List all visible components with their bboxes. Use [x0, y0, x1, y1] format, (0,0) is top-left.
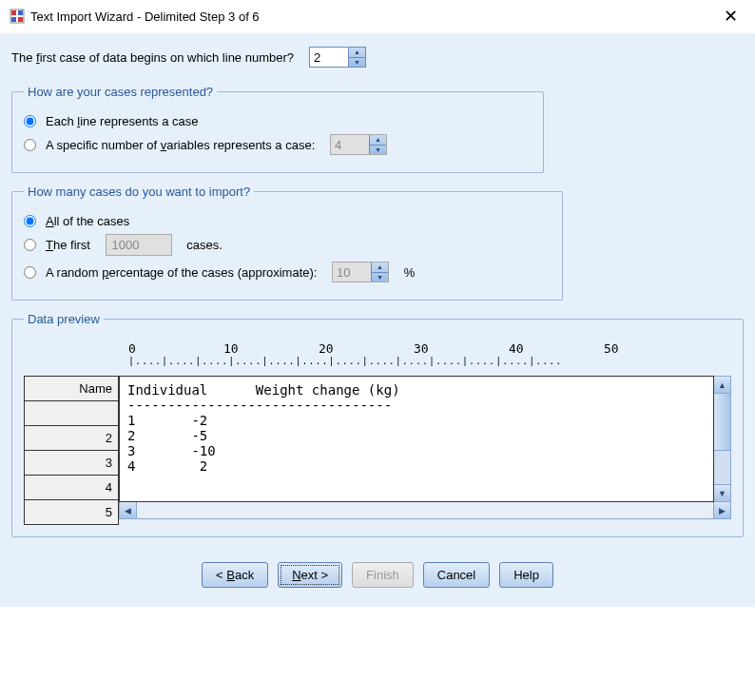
scroll-down-icon[interactable]: ▼ — [714, 484, 730, 501]
radio-first-n[interactable] — [24, 239, 36, 251]
row-header: 2 — [25, 426, 119, 451]
scroll-right-icon[interactable]: ▶ — [713, 502, 730, 518]
data-preview-group: Data preview 0 10 20 30 40 50 |....|....… — [11, 312, 744, 537]
finish-button: Finish — [352, 562, 414, 588]
pct-symbol: % — [404, 265, 416, 280]
dialog-body: The first case of data begins on which l… — [0, 33, 755, 607]
row-header: 4 — [25, 476, 119, 500]
num-vars-input — [331, 135, 369, 154]
pct-input — [333, 262, 371, 282]
num-vars-spinner: ▲ ▼ — [330, 134, 387, 155]
radio-each-line[interactable] — [24, 115, 36, 127]
scroll-left-icon[interactable]: ◀ — [120, 502, 137, 518]
svg-rect-3 — [11, 17, 16, 22]
spin-up-icon[interactable]: ▲ — [349, 48, 365, 58]
preview-row-headers: Name 2 3 4 5 — [24, 376, 119, 525]
cases-represented-group: How are your cases represented? Each lin… — [11, 85, 544, 173]
spin-down-icon: ▼ — [370, 146, 386, 155]
spin-up-icon: ▲ — [372, 262, 388, 273]
row-header: 5 — [25, 500, 119, 525]
radio-num-vars-label[interactable]: A specific number of variables represent… — [46, 138, 315, 152]
vertical-scrollbar[interactable]: ▲ ▼ — [714, 376, 731, 502]
app-icon — [10, 9, 25, 24]
radio-first-n-label[interactable]: The first — [46, 238, 90, 252]
first-line-input[interactable] — [310, 48, 348, 67]
spin-up-icon: ▲ — [370, 135, 386, 146]
radio-each-line-label[interactable]: Each line represents a case — [46, 114, 198, 128]
scroll-up-icon[interactable]: ▲ — [714, 377, 730, 394]
horizontal-scrollbar[interactable]: ◀ ▶ — [119, 502, 731, 519]
first-line-row: The first case of data begins on which l… — [11, 47, 744, 68]
radio-random-pct[interactable] — [24, 266, 36, 279]
radio-random-pct-label[interactable]: A random percentage of the cases (approx… — [46, 265, 317, 280]
radio-all-cases-label[interactable]: All of the cases — [46, 214, 129, 228]
svg-rect-2 — [18, 10, 23, 15]
svg-rect-1 — [11, 10, 16, 15]
next-button[interactable]: Next > — [278, 562, 342, 588]
spin-down-icon: ▼ — [372, 273, 388, 282]
preview-ruler: 0 10 20 30 40 50 |....|....|....|....|..… — [128, 341, 712, 370]
import-count-group: How many cases do you want to import? Al… — [11, 185, 563, 301]
radio-num-vars[interactable] — [24, 139, 36, 151]
data-preview-legend: Data preview — [24, 312, 104, 326]
cases-represented-legend: How are your cases represented? — [24, 85, 217, 99]
first-line-label: The first case of data begins on which l… — [11, 50, 294, 65]
help-button[interactable]: Help — [499, 562, 553, 588]
row-header: Name — [25, 377, 119, 401]
radio-all-cases[interactable] — [24, 215, 36, 227]
row-header — [25, 401, 119, 426]
button-row: < Back Next > Finish Cancel Help — [11, 549, 744, 593]
first-n-after: cases. — [186, 238, 223, 252]
close-button[interactable]: ✕ — [716, 4, 745, 29]
preview-data-box: Individual Weight change (kg) ----------… — [119, 376, 714, 502]
first-n-input — [106, 234, 172, 256]
cancel-button[interactable]: Cancel — [423, 562, 490, 588]
title-bar: Text Import Wizard - Delimited Step 3 of… — [0, 0, 755, 33]
spin-down-icon[interactable]: ▼ — [349, 58, 365, 68]
scroll-thumb[interactable] — [714, 394, 730, 451]
back-button[interactable]: < Back — [202, 562, 268, 588]
import-count-legend: How many cases do you want to import? — [24, 185, 254, 199]
svg-rect-4 — [18, 17, 23, 22]
window-title: Text Import Wizard - Delimited Step 3 of… — [30, 10, 260, 24]
first-line-spinner[interactable]: ▲ ▼ — [309, 47, 366, 68]
pct-spinner: ▲ ▼ — [332, 262, 389, 282]
row-header: 3 — [25, 451, 119, 476]
